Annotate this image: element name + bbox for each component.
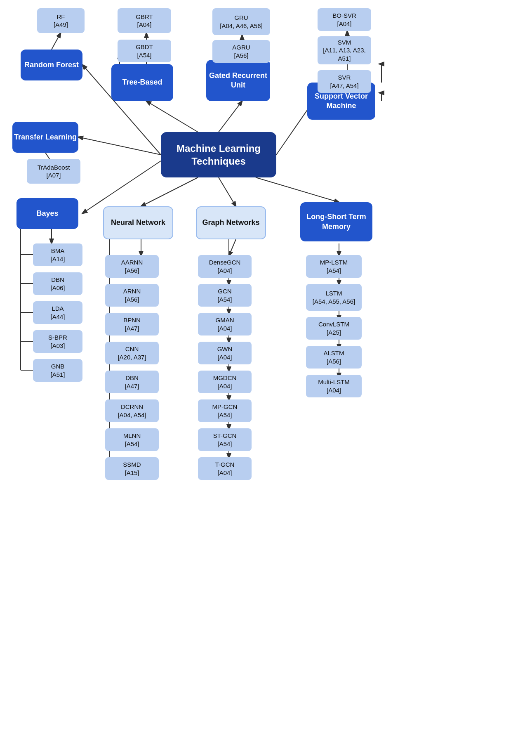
gman-node: GMAN[A04] xyxy=(198,313,252,335)
ml-diagram: Machine LearningTechniques Random Forest… xyxy=(0,0,532,756)
random-forest-node: Random Forest xyxy=(21,50,82,80)
svr-node: SVR[A47, A54] xyxy=(318,70,371,93)
gru-node: Gated RecurrentUnit xyxy=(206,60,270,101)
densegcn-node: DenseGCN[A04] xyxy=(198,255,252,278)
ssmd-node: SSMD[A15] xyxy=(105,457,159,480)
svg-line-16 xyxy=(146,101,198,132)
gru-child-node: GRU[A04, A46, A56] xyxy=(212,8,270,35)
bo-svr-node: BO-SVR[A04] xyxy=(318,8,371,31)
svg-line-2 xyxy=(78,137,161,155)
mlnn-node: MLNN[A54] xyxy=(105,428,159,451)
t-gcn-node: T-GCN[A04] xyxy=(198,457,252,480)
svg-line-41 xyxy=(229,239,236,256)
alstm-node: ALSTM[A56] xyxy=(306,346,362,369)
rf-node: RF[A49] xyxy=(37,8,85,33)
dbn-bayes-node: DBN[A06] xyxy=(33,272,82,295)
agru-node: AGRU[A56] xyxy=(212,40,270,63)
graph-networks-node: Graph Networks xyxy=(196,206,266,239)
svg-line-40 xyxy=(219,177,236,206)
gnb-node: GNB[A51] xyxy=(33,359,82,382)
center-node: Machine LearningTechniques xyxy=(161,132,276,177)
svg-line-30 xyxy=(141,177,198,206)
mp-lstm-node: MP-LSTM[A54] xyxy=(306,255,362,278)
svg-line-1 xyxy=(52,33,61,50)
transfer-learning-node: Transfer Learning xyxy=(12,122,78,153)
lstm-child-node: LSTM[A54, A55, A56] xyxy=(306,284,362,311)
multi-lstm-node: Multi-LSTM[A04] xyxy=(306,375,362,397)
gcn-node: GCN[A54] xyxy=(198,284,252,307)
cnn-node: CNN[A20, A37] xyxy=(105,342,159,364)
gwn-node: GWN[A04] xyxy=(198,342,252,364)
bma-node: BMA[A14] xyxy=(33,243,82,266)
lda-node: LDA[A44] xyxy=(33,301,82,324)
gbdt-node: GBDT[A54] xyxy=(118,40,171,62)
svg-line-49 xyxy=(256,177,339,202)
dbn-nn-node: DBN[A47] xyxy=(105,371,159,393)
mgdcn-node: MGDCN[A04] xyxy=(198,371,252,393)
gbrt-node: GBRT[A04] xyxy=(118,8,171,33)
sbpr-node: S-BPR[A03] xyxy=(33,330,82,353)
st-gcn-node: ST-GCN[A54] xyxy=(198,428,252,451)
arnn-node: ARNN[A56] xyxy=(105,284,159,307)
convlstm-node: ConvLSTM[A25] xyxy=(306,317,362,340)
neural-network-node: Neural Network xyxy=(103,206,173,239)
svm-child-node: SVM[A11, A13, A23, A51] xyxy=(318,36,371,64)
tree-based-node: Tree-Based xyxy=(111,64,173,101)
mp-gcn-node: MP-GCN[A54] xyxy=(198,399,252,422)
bpnn-node: BPNN[A47] xyxy=(105,313,159,335)
lstm-node: Long-Short TermMemory xyxy=(300,202,372,241)
bayes-node: Bayes xyxy=(16,198,78,229)
svg-line-4 xyxy=(82,161,161,213)
tradaboost-node: TrAdaBoost[A07] xyxy=(27,159,80,184)
dcrnn-node: DCRNN[A04, A54] xyxy=(105,399,159,422)
aarnn-node: AARNN[A56] xyxy=(105,255,159,278)
svg-line-20 xyxy=(219,101,242,132)
